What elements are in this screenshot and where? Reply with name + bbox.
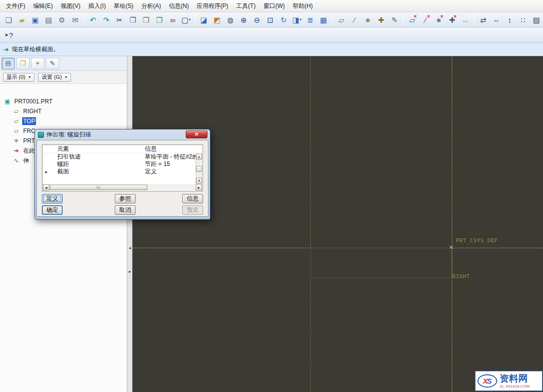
helical-sweep-icon: ∿ [13,157,20,164]
menu-info[interactable]: 信息(N) [165,0,193,12]
layers-button[interactable]: ≣ [304,13,316,26]
datum-csys-button[interactable]: ✚ [375,13,387,26]
redo-button[interactable]: ↷ [100,13,112,26]
grid-toggle-button[interactable]: ∷ [517,13,529,26]
scroll-up-button[interactable]: ▲ [196,154,202,160]
shade-mode-icon: ◍ [227,16,234,24]
references-button[interactable]: 参照 [115,194,136,203]
sketch-display-button[interactable]: ◪ [198,13,210,26]
drag-pan-button[interactable]: ↕ [504,13,516,26]
graphics-area[interactable]: ✕ PRT_CSYS_DEF RIGHT [133,56,543,392]
close-button[interactable]: ✕ [186,131,207,138]
workspace: ⊟❐✦✎ 显示 (0) ▼ 设置 (G) ▼ ▣PRT0001.PRT▱RIGH… [0,56,543,392]
zoom-fit-button[interactable]: ⊡ [264,13,276,26]
print-setup-button[interactable]: ⚙ [56,13,68,26]
favorites-button[interactable]: ✦ [31,58,44,69]
toggle-datum-csys-button[interactable]: ✚✕ [446,13,458,26]
datum-plane-button[interactable]: ▱ [335,13,347,26]
menu-applications[interactable]: 应用程序(P) [193,0,232,12]
send-model-button[interactable]: ✉ [69,13,81,26]
datum-point-button[interactable]: ∗ [362,13,374,26]
paste-special-button[interactable]: ❒ [153,13,166,26]
tree-item-part-root[interactable]: ▣PRT0001.PRT [0,97,127,106]
menu-sketch[interactable]: 草绘(S) [110,0,137,12]
print-button[interactable]: ▤ [42,13,55,26]
paste-button[interactable]: ❒ [140,13,152,26]
element-row[interactable]: ▸截面定义 [42,168,203,175]
menu-view[interactable]: 视图(V) [57,0,84,12]
vertical-scroll-thumb[interactable] [196,166,202,172]
open-file-button[interactable]: ▰ [16,13,28,26]
secondary-toolbar: ➤? [0,28,543,43]
chevron-down-icon: ▼ [64,75,68,79]
csys-icon: ✳ [13,137,20,144]
info-button[interactable]: 信息 [182,194,203,203]
folder-browser-button[interactable]: ❐ [16,58,30,69]
cancel-button[interactable]: 取消 [115,205,136,215]
tree-item-label: TOP [22,117,36,125]
menu-file[interactable]: 文件(F) [2,0,29,12]
menu-tools[interactable]: 工具(T) [232,0,259,12]
define-button[interactable]: 定义 [42,194,63,203]
menu-insert[interactable]: 插入(I) [84,0,109,12]
datum-line-vertical-left [310,56,311,392]
menu-edit[interactable]: 编辑(E) [29,0,57,12]
copy-button[interactable]: ❐ [127,13,139,26]
datum-axis-button[interactable]: ∕ [348,13,361,26]
menu-help[interactable]: 帮助(H) [289,0,317,12]
saved-views-button[interactable]: ◨▾ [291,13,303,26]
print-icon: ▤ [45,16,52,24]
element-row[interactable]: 螺距节距 = 15 [42,161,203,168]
cut-button[interactable]: ✂ [113,13,126,26]
sketch-orient-button[interactable]: ◩ [211,13,223,26]
show-dropdown-button[interactable]: 显示 (0) ▼ [3,73,34,82]
model-tree-button[interactable]: ⊟ [1,58,15,69]
datum-axis-icon: ∕ [354,16,355,24]
context-help-button[interactable]: ➤? [2,29,15,41]
sketch-tool-button[interactable]: ✎ [388,13,401,26]
history-button[interactable]: ✎ [46,58,59,69]
panel-splitter[interactable]: ◂ ▸ [127,56,133,392]
find-button[interactable]: ∞ [167,13,179,26]
scroll-down-button[interactable]: ▼ [196,178,202,184]
settings-dropdown-button[interactable]: 设置 (G) ▼ [38,73,71,82]
tree-item-right-plane[interactable]: ▱RIGHT [0,106,127,116]
pan-view-button[interactable]: ⇄ [477,13,489,26]
view-manager-button[interactable]: ▦ [317,13,330,26]
horizontal-scroll-thumb[interactable] [50,185,147,190]
zoom-in-icon: ⊕ [240,16,247,24]
scroll-right-button[interactable]: ▶ [196,184,202,191]
vertical-scrollbar[interactable]: ▲ ▼ [196,154,202,184]
extra-tool-button[interactable]: ▨ [530,13,543,26]
toggle-off-badge-icon: ✕ [440,14,443,19]
menu-analysis[interactable]: 分析(A) [137,0,165,12]
collapse-right-icon[interactable]: ▸ [128,270,132,274]
navigator-dropdowns: 显示 (0) ▼ 设置 (G) ▼ [0,71,127,84]
select-box-icon: ▢ [181,16,188,24]
close-icon: ✕ [195,132,199,137]
xs-logo-icon: X S [477,374,497,388]
save-file-button[interactable]: ▣ [29,13,41,26]
select-box-button[interactable]: ▢▾ [180,13,192,26]
zoom-out-button[interactable]: ⊖ [251,13,263,26]
tree-item-top-plane[interactable]: ▱TOP [0,116,127,126]
view-manager-icon: ▦ [320,16,327,24]
horizontal-scrollbar[interactable]: ◀ ▶ [43,184,202,191]
shade-mode-button[interactable]: ◍ [224,13,237,26]
toggle-datum-planes-button[interactable]: ▱✕ [406,13,418,26]
ok-button[interactable]: 确定 [42,205,63,215]
fit-width-button[interactable]: ⇔ [490,13,503,26]
toggle-datum-points-button[interactable]: ∗✕ [433,13,445,26]
menu-window[interactable]: 窗口(W) [260,0,289,12]
dialog-titlebar[interactable]: 伸出项: 螺旋扫描 ✕ [36,130,208,140]
scroll-left-button[interactable]: ◀ [43,184,49,191]
collapse-left-icon[interactable]: ◂ [128,246,132,250]
toggle-dimensions-button[interactable]: ↔ [459,13,472,26]
undo-button[interactable]: ↶ [87,13,99,26]
toggle-datum-axes-button[interactable]: ∕✕ [419,13,432,26]
repaint-button[interactable]: ↻ [277,13,290,26]
element-row[interactable]: 扫引轨迹草绘平面 - 特征#2的 [42,153,203,161]
zoom-in-button[interactable]: ⊕ [238,13,250,26]
preview-button[interactable]: 预览 [182,205,203,215]
new-file-button[interactable]: ❏ [2,13,15,26]
